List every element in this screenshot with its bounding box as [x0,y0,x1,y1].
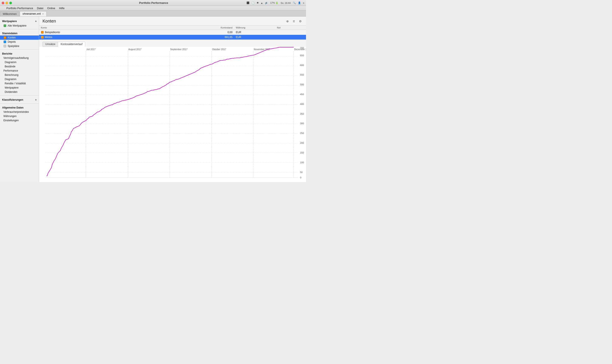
wifi-icon: ▲ [261,2,263,4]
titlebar: Portfolio Performance ⬛ 🕐 ✱ ▲ 🔊 17% 🔋 So… [0,0,306,6]
sidebar-item-performance[interactable]: Performance [0,69,39,73]
tab-willkommen[interactable]: Willkommen [0,11,19,16]
sidebar-item-konten[interactable]: Konten [0,36,39,40]
accounts-table-container: Konto Kontostand Währung Not Beispielkon… [39,26,306,40]
col-not: Not [275,26,306,30]
y-label-50: 50 [300,171,303,173]
table-row[interactable]: Mintos 691,65 EUR [39,35,306,40]
titlebar-right-icons: ⬛ 🕐 ✱ ▲ 🔊 17% 🔋 So. 16:44 🔍 👤 ≡ [247,1,304,4]
sidebar-section-stammdaten: Stammdaten [0,31,39,36]
depots-label: Depots [8,40,16,43]
sidebar-item-verbraucherpreisindex[interactable]: Verbraucherpreisindex [0,110,39,114]
header-actions: ⊕ ⧖ ⚙ [285,19,303,24]
sidebar-item-bestande[interactable]: Bestände [0,64,39,69]
klassifizierungen-label: Klassifizierungen [2,98,23,101]
hilfe-menu[interactable]: Hilfe [57,6,66,10]
account-balance: 691,65 [183,35,234,40]
tab-ohnenamen[interactable]: ohnenamen.xml ✕ [20,11,46,16]
tab-umsatze[interactable]: Umsätze [42,42,58,47]
sidebar-item-vermogensaufstellung[interactable]: Vermögensaufstellung [0,56,39,60]
timemachine-icon: 🕐 [252,1,254,4]
sidebar-item-diagramm-2[interactable]: Diagramm [0,77,39,81]
y-label-650: 650 [300,54,304,57]
y-label-400: 400 [300,103,304,105]
datei-menu[interactable]: Datei [35,6,45,10]
y-label-200: 200 [300,142,304,144]
y-label-0: 0 [300,176,301,179]
wertpapiere-label: Wertpapiere [2,20,17,23]
close-button[interactable] [2,2,4,4]
y-label-550: 550 [300,74,304,76]
sidebar-item-depots[interactable]: Depots [0,40,39,44]
divider-4 [0,104,39,104]
app-title: Portfolio Performance [139,1,168,4]
y-label-500: 500 [300,83,304,86]
account-balance: 0,00 [183,30,234,35]
x-label-juli: Juli 2017 [86,48,96,50]
app-menu-item[interactable]: Portfolio Performance [5,6,35,10]
tab-label: ohnenamen.xml [23,12,40,15]
bluetooth-icon: ✱ [257,1,259,4]
apple-menu[interactable] [1,8,4,9]
divider-3 [0,95,39,96]
col-konto: Konto [39,26,183,30]
konten-icon [3,36,6,39]
online-menu[interactable]: Online [45,6,57,10]
sidebar-item-sparplane[interactable]: Sparpläne [0,44,39,48]
menubar: Portfolio Performance Datei Online Hilfe [0,6,306,11]
account-currency: EUR [234,30,275,35]
sidebar-item-rendite[interactable]: Rendite / Volatilität [0,81,39,86]
account-name: Beispielkonto [39,30,183,35]
sparplane-label: Sparpläne [8,45,19,48]
sidebar-item-diagramm-1[interactable]: Diagramm [0,60,39,64]
sidebar-item-dividenden[interactable]: Dividenden [0,90,39,94]
y-label-450: 450 [300,93,304,95]
y-label-250: 250 [300,132,304,134]
add-klassifizierungen-button[interactable]: + [35,98,37,102]
accounts-table: Konto Kontostand Währung Not Beispielkon… [39,26,306,40]
content-area: Konten ⊕ ⧖ ⚙ Konto Kontostand Währung No… [39,17,306,182]
sidebar-item-berechnung[interactable]: Berechnung [0,73,39,77]
search-icon[interactable]: 🔍 [293,1,296,4]
berichte-label: Berichte [2,52,12,55]
y-label-300: 300 [300,122,304,125]
balance-chart: 0 50 100 150 200 250 300 350 400 450 500… [39,47,306,182]
maximize-button[interactable] [9,2,12,4]
sidebar-item-wahrungen[interactable]: Währungen [0,114,39,118]
titlebar-title: Portfolio Performance [138,1,168,4]
col-kontostand: Kontostand [183,26,234,30]
tab-close-icon[interactable]: ✕ [42,13,44,15]
allgemeine-daten-label: Allgemeine Daten [2,106,24,109]
x-label-oktober: Oktober 2017 [212,48,226,50]
tab-kontosaldenverlauf[interactable]: Kontosaldenverlauf [58,42,85,47]
account-note [275,30,306,35]
content-tabs: Umsätze Kontosaldenverlauf [39,40,306,47]
user-icon: 👤 [298,1,301,4]
table-row[interactable]: Beispielkonto 0,00 EUR [39,30,306,35]
menu-icon[interactable]: ≡ [303,2,304,4]
y-label-350: 350 [300,112,304,115]
sidebar-item-alle-wertpapiere[interactable]: Alle Wertpapiere [0,24,39,28]
page-title: Konten [42,19,56,24]
minimize-button[interactable] [6,2,8,4]
battery-indicator: 17% 🔋 [270,1,278,4]
row-icon-orange-2 [41,36,44,39]
row-icon-orange [41,31,44,34]
add-wertpapiere-button[interactable]: + [35,20,37,23]
alle-wertpapiere-icon [3,24,6,27]
account-currency: EUR [234,35,275,40]
sidebar: Wertpapiere + Alle Wertpapiere Stammdate… [0,17,39,182]
konten-label: Konten [8,36,16,39]
add-account-button[interactable]: ⊕ [285,19,290,24]
settings-button[interactable]: ⚙ [298,19,303,24]
x-label-september: September 2017 [170,48,187,50]
x-label-dezember: Dezember 2017 [294,48,306,50]
sidebar-section-wertpapiere: Wertpapiere + [0,18,39,24]
tab-label: Willkommen [3,13,17,15]
sidebar-item-einstellungen[interactable]: Einstellungen [0,118,39,123]
alle-wertpapiere-label: Alle Wertpapiere [8,24,27,27]
y-label-600: 600 [300,64,304,66]
depots-icon [3,40,6,43]
sidebar-item-wertpapiere[interactable]: Wertpapiere [0,86,39,90]
filter-button[interactable]: ⧖ [292,19,296,24]
